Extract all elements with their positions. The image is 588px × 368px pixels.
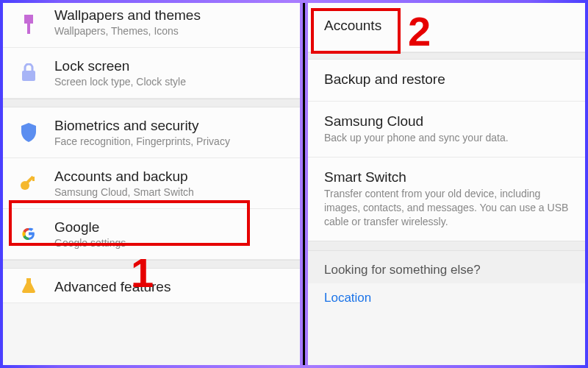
item-title: Wallpapers and themes [54,7,290,24]
item-title: Google [54,219,290,236]
svg-rect-0 [24,15,33,24]
item-title: Samsung Cloud [324,113,569,130]
item-title: Accounts and backup [54,169,290,185]
item-subtitle: Back up your phone and sync your data. [324,131,569,145]
menu-item-samsung-cloud[interactable]: Samsung Cloud Back up your phone and syn… [308,102,585,158]
menu-item-backup-restore[interactable]: Backup and restore [308,60,585,102]
item-subtitle: Face recognition, Fingerprints, Privacy [54,135,290,147]
item-subtitle: Samsung Cloud, Smart Switch [54,186,290,198]
settings-item-accounts-backup[interactable]: Accounts and backup Samsung Cloud, Smart… [3,158,300,209]
lock-icon [18,62,40,84]
settings-item-google[interactable]: Google Google settings [3,209,300,260]
brush-icon [18,14,40,36]
footer-section-label: Looking for something else? [308,251,585,283]
panel-divider [303,3,305,365]
svg-rect-1 [27,24,30,34]
item-title: Accounts [324,18,569,34]
item-subtitle: Google settings [54,237,290,249]
section-gap [3,99,300,107]
item-title: Backup and restore [324,71,569,88]
item-subtitle: Wallpapers, Themes, Icons [54,25,290,37]
item-title: Lock screen [54,58,290,74]
item-title: Smart Switch [324,169,569,185]
settings-list-panel: Wallpapers and themes Wallpapers, Themes… [3,3,300,365]
settings-item-wallpapers[interactable]: Wallpapers and themes Wallpapers, Themes… [3,3,300,48]
svg-rect-2 [22,71,35,81]
item-title: Advanced features [54,279,290,295]
flask-icon [18,275,40,297]
settings-item-lockscreen[interactable]: Lock screen Screen lock type, Clock styl… [3,48,300,99]
key-icon [18,172,40,194]
settings-item-advanced[interactable]: Advanced features [3,269,300,303]
item-title: Biometrics and security [54,118,290,134]
item-subtitle: Transfer content from your old device, i… [324,187,569,229]
section-gap [308,241,585,251]
settings-item-biometrics[interactable]: Biometrics and security Face recognition… [3,107,300,158]
item-subtitle: Screen lock type, Clock style [54,76,290,88]
shield-icon [18,121,40,144]
section-gap [308,52,585,60]
accounts-backup-panel: Accounts Backup and restore Samsung Clou… [308,3,585,365]
google-icon [18,223,40,245]
menu-item-smart-switch[interactable]: Smart Switch Transfer content from your … [308,158,585,241]
section-gap [3,260,300,269]
menu-item-accounts[interactable]: Accounts [308,3,585,52]
svg-rect-5 [32,177,35,181]
footer-link-location[interactable]: Location [308,283,585,313]
